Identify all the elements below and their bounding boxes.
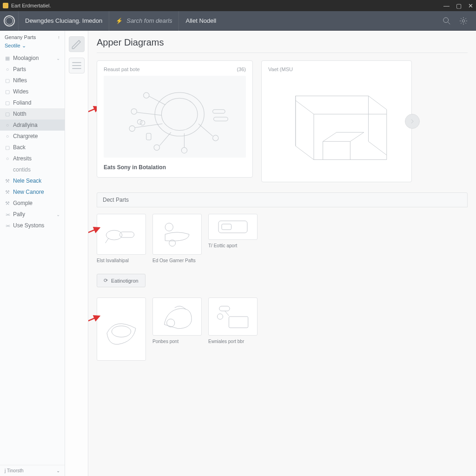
action-button[interactable]: ⟳ Eatinotigron [97, 274, 145, 287]
sidebar-item-label: Pally [13, 211, 25, 218]
part-caption: Ponbes pont [152, 338, 202, 344]
main-content: Apper Diagrams Reaust pat bote (36) [88, 31, 476, 476]
next-button[interactable] [405, 114, 420, 129]
sidebar-header: Genany Parts ↑ [0, 31, 65, 42]
sidebar-footer: j Tinorsth ⌄ [0, 465, 65, 476]
svg-rect-23 [146, 133, 151, 140]
gear-icon[interactable] [459, 17, 468, 25]
part-card[interactable] [208, 214, 258, 240]
sidebar-item-new-canore[interactable]: ⚒New Canore [0, 186, 65, 198]
sidebar-item-nele-seack[interactable]: ⚒Nele Seack [0, 175, 65, 186]
breadcrumb[interactable]: Dewngdes Cluciang. Imedon [19, 11, 109, 31]
sidebar-item-gomple[interactable]: ⚒Gomple [0, 198, 65, 209]
sidebar-item-label: Nele Seack [13, 178, 41, 184]
svg-rect-22 [214, 117, 228, 121]
search-lightning-icon: ⚡ [116, 18, 123, 24]
sidebar-sort-icon[interactable]: ↑ [58, 35, 60, 40]
divider [97, 53, 468, 53]
svg-line-34 [88, 316, 99, 324]
sidebar-item-moolagion[interactable]: ▦Moolagion ⌄ [0, 53, 65, 64]
frame-diagram [268, 76, 405, 175]
svg-line-15 [149, 96, 165, 105]
part-card[interactable] [152, 298, 202, 336]
part-card[interactable] [97, 298, 146, 361]
model-selector[interactable]: Allet Nodell [179, 11, 223, 31]
sidebar-item-contids[interactable]: contids [0, 164, 65, 175]
sidebar-item-use-systons[interactable]: ⫘Use Systons [0, 220, 65, 231]
square-icon: ▢ [5, 111, 10, 117]
sidebar-item-label: Gomple [13, 200, 33, 206]
sidebar-item-foliand[interactable]: ▢Foliand [0, 97, 65, 108]
chevron-down-icon: ⌄ [56, 56, 60, 61]
svg-line-20 [198, 124, 213, 136]
sidebar-item-atresits[interactable]: ○Atresits [0, 153, 65, 164]
search-icon[interactable] [443, 17, 451, 25]
svg-line-1 [448, 22, 450, 24]
wrench-icon: ⚒ [5, 178, 10, 184]
sidebar-title: Genany Parts [5, 34, 36, 40]
tool-strip [65, 31, 88, 476]
tool-edit-button[interactable] [69, 36, 85, 52]
card-header-right: (36) [237, 66, 246, 72]
sidebar-settle-link[interactable]: Seotile ⌄ [0, 42, 65, 53]
svg-point-30 [165, 223, 173, 231]
annotation-arrow-icon [88, 314, 101, 325]
sidebar-item-label: Nifles [13, 77, 27, 84]
window-controls: — ▢ ✕ [443, 2, 473, 9]
window-title: Eart Erdmertatiel. [11, 3, 51, 8]
svg-rect-21 [213, 110, 225, 113]
sidebar-item-chargrete[interactable]: ○Chargrete [0, 131, 65, 142]
app-header: Dewngdes Cluciang. Imedon ⚡ Sarch fom de… [0, 11, 476, 31]
square-icon: ▢ [5, 89, 10, 94]
breadcrumb-text: Dewngdes Cluciang. Imedon [25, 17, 102, 24]
chevron-down-icon[interactable]: ⌄ [56, 468, 60, 473]
link-icon: ⫘ [5, 223, 10, 228]
part-card[interactable] [208, 298, 258, 336]
maximize-button[interactable]: ▢ [456, 2, 462, 9]
part-card[interactable] [97, 214, 146, 255]
part-caption: Ewniales port bbr [208, 338, 258, 344]
app-icon [3, 3, 8, 8]
search-placeholder: Sarch fom dearls [126, 17, 172, 24]
svg-point-14 [213, 135, 218, 141]
svg-point-8 [161, 98, 198, 130]
circle-icon: ○ [5, 66, 10, 72]
close-button[interactable]: ✕ [468, 2, 473, 9]
svg-rect-32 [218, 221, 247, 233]
sidebar-footer-label: j Tinorsth [5, 468, 24, 473]
sidebar-item-parts[interactable]: ○Parts [0, 64, 65, 75]
chevron-down-icon: ⌄ [56, 212, 60, 217]
link-icon: ⫘ [5, 212, 10, 217]
tool-menu-button[interactable] [69, 58, 85, 73]
sidebar-item-adrallyina[interactable]: ○Adrallyina [0, 119, 65, 131]
annotation-arrow-icon [88, 226, 101, 237]
sidebar-item-wides[interactable]: ▢Wides [0, 86, 65, 97]
svg-rect-37 [229, 317, 248, 328]
part-card[interactable] [152, 214, 202, 255]
sidebar-item-nifles[interactable]: ▢Nifles [0, 75, 65, 86]
blank-icon [5, 167, 10, 172]
sidebar-item-back[interactable]: ▢Back [0, 142, 65, 153]
brand-logo[interactable] [0, 11, 19, 31]
circle-icon: ○ [5, 156, 10, 161]
svg-line-16 [137, 112, 161, 115]
sidebar-item-label: Chargrete [13, 133, 38, 139]
card-header-left: Reaust pat bote [104, 66, 140, 72]
wrench-icon: ⚒ [5, 200, 10, 206]
sidebar-item-pally[interactable]: ⫘Pally ⌄ [0, 209, 65, 220]
svg-rect-38 [219, 306, 230, 311]
sidebar-item-label: Foliand [13, 99, 31, 106]
square-icon: ▢ [5, 78, 10, 83]
page-title: Apper Diagrams [97, 37, 468, 48]
search-box[interactable]: ⚡ Sarch fom dearls [109, 11, 179, 31]
circle-icon: ○ [5, 133, 10, 139]
diagram-card-main[interactable]: Reaust pat bote (36) [97, 60, 253, 178]
sidebar-item-notth[interactable]: ▢Notth [0, 108, 65, 119]
svg-point-35 [112, 326, 131, 337]
svg-point-9 [144, 93, 149, 98]
svg-line-18 [159, 132, 171, 146]
diagram-caption: Eats Sony in Botalation [104, 164, 246, 171]
diagram-card-frame[interactable]: Vaet (MSU [261, 60, 412, 182]
model-label: Allet Nodell [185, 17, 216, 24]
minimize-button[interactable]: — [443, 2, 450, 9]
